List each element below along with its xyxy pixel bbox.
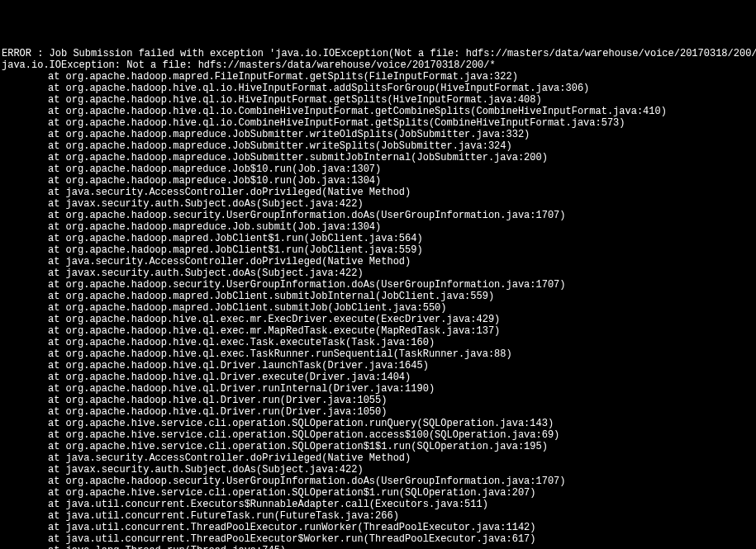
stack-frame: at org.apache.hadoop.mapreduce.Job$10.ru… [2, 175, 754, 187]
stack-frame: at org.apache.hive.service.cli.operation… [2, 487, 754, 499]
stack-frame: at org.apache.hadoop.hive.ql.exec.TaskRu… [2, 348, 754, 360]
stack-frame: at javax.security.auth.Subject.doAs(Subj… [2, 198, 754, 210]
stack-frame: at java.lang.Thread.run(Thread.java:745) [2, 545, 754, 549]
stack-frame: at org.apache.hadoop.mapreduce.JobSubmit… [2, 152, 754, 163]
stack-frame: at org.apache.hadoop.mapreduce.JobSubmit… [2, 140, 754, 152]
exception-line: java.io.IOException: Not a file: hdfs://… [2, 59, 754, 71]
error-line: ERROR : Job Submission failed with excep… [2, 48, 754, 59]
stack-frame: at org.apache.hadoop.mapreduce.JobSubmit… [2, 129, 754, 140]
stack-frame: at org.apache.hadoop.security.UserGroupI… [2, 210, 754, 221]
stack-frame: at java.util.concurrent.ThreadPoolExecut… [2, 533, 754, 545]
terminal-output[interactable]: ERROR : Job Submission failed with excep… [2, 48, 754, 549]
error-message: Job Submission failed with exception 'ja… [50, 48, 756, 59]
stack-frame: at java.util.concurrent.FutureTask.run(F… [2, 510, 754, 522]
stack-frame: at org.apache.hadoop.security.UserGroupI… [2, 279, 754, 291]
stack-frame: at org.apache.hive.service.cli.operation… [2, 429, 754, 441]
stack-frame: at org.apache.hadoop.mapred.JobClient$1.… [2, 244, 754, 256]
stack-frame: at java.security.AccessController.doPriv… [2, 452, 754, 464]
stack-frame: at org.apache.hadoop.hive.ql.io.CombineH… [2, 117, 754, 129]
stack-frame: at org.apache.hadoop.hive.ql.Driver.exec… [2, 372, 754, 383]
stack-frame: at org.apache.hadoop.hive.ql.exec.mr.Map… [2, 325, 754, 337]
stack-frame: at javax.security.auth.Subject.doAs(Subj… [2, 267, 754, 279]
stack-frame: at org.apache.hadoop.hive.ql.Driver.run(… [2, 395, 754, 406]
stack-frame: at org.apache.hadoop.mapreduce.Job$10.ru… [2, 163, 754, 175]
error-prefix: ERROR : [2, 48, 50, 59]
stack-frame: at org.apache.hadoop.mapreduce.Job.submi… [2, 221, 754, 233]
stack-frame: at org.apache.hadoop.mapred.JobClient$1.… [2, 233, 754, 244]
stack-frame: at org.apache.hadoop.hive.ql.Driver.laun… [2, 360, 754, 372]
stack-frame: at java.util.concurrent.ThreadPoolExecut… [2, 522, 754, 533]
stack-frame: at javax.security.auth.Subject.doAs(Subj… [2, 464, 754, 476]
stack-frame: at org.apache.hadoop.hive.ql.Driver.run(… [2, 406, 754, 418]
stack-frame: at org.apache.hadoop.hive.ql.io.CombineH… [2, 106, 754, 117]
stack-frame: at org.apache.hadoop.hive.ql.io.HiveInpu… [2, 83, 754, 94]
stack-frame: at org.apache.hadoop.hive.ql.exec.Task.e… [2, 337, 754, 348]
stacktrace-container: at org.apache.hadoop.mapred.FileInputFor… [2, 71, 754, 549]
stack-frame: at org.apache.hadoop.hive.ql.io.HiveInpu… [2, 94, 754, 106]
stack-frame: at org.apache.hadoop.mapred.FileInputFor… [2, 71, 754, 83]
stack-frame: at org.apache.hadoop.security.UserGroupI… [2, 476, 754, 487]
stack-frame: at org.apache.hive.service.cli.operation… [2, 441, 754, 452]
stack-frame: at java.security.AccessController.doPriv… [2, 256, 754, 267]
stack-frame: at java.util.concurrent.Executors$Runnab… [2, 499, 754, 510]
stack-frame: at org.apache.hadoop.mapred.JobClient.su… [2, 291, 754, 302]
stack-frame: at java.security.AccessController.doPriv… [2, 187, 754, 198]
stack-frame: at org.apache.hadoop.mapred.JobClient.su… [2, 302, 754, 314]
stack-frame: at org.apache.hadoop.hive.ql.Driver.runI… [2, 383, 754, 395]
stack-frame: at org.apache.hadoop.hive.ql.exec.mr.Exe… [2, 314, 754, 325]
stack-frame: at org.apache.hive.service.cli.operation… [2, 418, 754, 429]
